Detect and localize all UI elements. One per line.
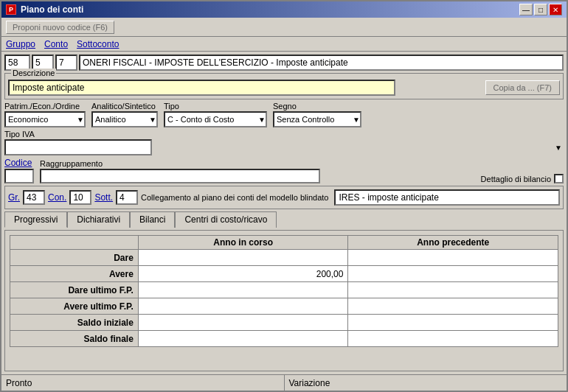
dettaglio-label: Dettaglio di bilancio	[481, 175, 551, 183]
row-anno-corso[interactable]	[138, 250, 348, 266]
con-link[interactable]: Con.	[48, 192, 66, 203]
row-anno-corso[interactable]	[138, 315, 348, 331]
app-icon: P	[6, 4, 16, 15]
tipo-iva-select[interactable]	[4, 139, 152, 155]
sott-input[interactable]	[116, 190, 138, 205]
close-button[interactable]: ✕	[549, 4, 562, 15]
menu-bar: Gruppo Conto Sottoconto	[1, 37, 567, 52]
codice-link[interactable]: Codice	[4, 158, 34, 168]
row-anno-corso[interactable]	[138, 298, 348, 315]
analitico-group: Analitico/Sintetico Analitico Sintetico …	[91, 102, 158, 127]
minimize-button[interactable]: —	[519, 4, 533, 15]
header-description-text: ONERI FISCALI - IMPOSTE DELL'ESERCIZIO -…	[83, 57, 348, 68]
propose-code-button[interactable]: Proponi nuovo codice (F6)	[6, 21, 114, 34]
progressivi-table: Anno in corso Anno precedente DareAvere2…	[10, 235, 558, 347]
tipo-iva-group: Tipo IVA ▼	[4, 130, 564, 155]
codice-input[interactable]	[4, 169, 34, 183]
row-label: Avere	[10, 266, 139, 282]
window-controls: — □ ✕	[519, 4, 562, 15]
patrim-label: Patrim./Econ./Ordine	[4, 102, 86, 111]
row-anno-prec[interactable]	[348, 266, 558, 282]
gr-link[interactable]: Gr.	[8, 192, 20, 203]
toolbar: Proponi nuovo codice (F6)	[1, 18, 567, 37]
tipo-group: Tipo C - Conto di Costo R - Conto di Ric…	[164, 102, 267, 127]
patrim-select[interactable]: Economico Patrimoniale Ordine	[4, 111, 86, 127]
col-anno-prec: Anno precedente	[348, 236, 558, 250]
content-area: ONERI FISCALI - IMPOSTE DELL'ESERCIZIO -…	[1, 52, 567, 374]
analitico-select[interactable]: Analitico Sintetico	[91, 111, 158, 127]
table-row: Dare ultimo F.P.	[10, 282, 558, 298]
tipo-select[interactable]: C - Conto di Costo R - Conto di Ricavo P…	[164, 111, 267, 127]
analitico-label: Analitico/Sintetico	[91, 102, 158, 111]
row-anno-corso[interactable]: 200,00	[138, 266, 348, 282]
dettaglio-group: Dettaglio di bilancio	[481, 174, 564, 183]
tipo-label: Tipo	[164, 102, 267, 111]
window-title: Piano dei conti	[21, 4, 83, 15]
tabs: Progressivi Dichiarativi Bilanci Centri …	[4, 211, 564, 228]
title-bar: P Piano dei conti — □ ✕	[1, 1, 567, 18]
header-row: ONERI FISCALI - IMPOSTE DELL'ESERCIZIO -…	[4, 55, 564, 71]
tab-progressivi[interactable]: Progressivi	[4, 211, 67, 228]
description-section-label: Descrizione	[11, 69, 56, 77]
form-fields-row: Patrim./Econ./Ordine Economico Patrimoni…	[4, 102, 564, 127]
row-label: Dare	[10, 250, 139, 266]
tab-centri[interactable]: Centri di costo/ricavo	[175, 211, 277, 228]
segno-label: Segno	[273, 102, 361, 111]
row-anno-prec[interactable]	[348, 282, 558, 298]
tipo-iva-select-arrow: ▼	[555, 144, 562, 152]
row-anno-corso[interactable]	[138, 331, 348, 347]
copy-from-button[interactable]: Copia da ... (F7)	[485, 80, 560, 95]
table-row: Saldo iniziale	[10, 315, 558, 331]
main-window: P Piano dei conti — □ ✕ Proponi nuovo co…	[0, 0, 568, 392]
dettaglio-checkbox[interactable]	[554, 174, 564, 183]
row-label: Saldo finale	[10, 331, 139, 347]
row-label: Saldo iniziale	[10, 315, 139, 331]
table-row: Avere ultimo F.P.	[10, 298, 558, 315]
gr-input[interactable]	[23, 190, 45, 205]
tipo-iva-label: Tipo IVA	[4, 130, 564, 139]
row-label: Dare ultimo F.P.	[10, 282, 139, 298]
maximize-button[interactable]: □	[534, 4, 547, 15]
status-left-text: Pronto	[6, 378, 32, 388]
raggruppamento-input[interactable]	[40, 169, 320, 183]
table-row: Saldo finale	[10, 331, 558, 347]
gruppo-input[interactable]	[8, 57, 27, 68]
row-anno-prec[interactable]	[348, 298, 558, 315]
row-anno-prec[interactable]	[348, 250, 558, 266]
collegamento-link-label: Collegamento al piano dei conti del mode…	[141, 193, 328, 202]
collegamento-section: Gr.Con.Sott.Collegamento al piano dei co…	[4, 186, 564, 209]
sottoconto-input[interactable]	[59, 57, 74, 68]
codice-rag-row: Codice Raggruppamento Dettaglio di bilan…	[4, 158, 564, 183]
menu-sottoconto[interactable]: Sottoconto	[77, 39, 119, 49]
tabs-container: Progressivi Dichiarativi Bilanci Centri …	[4, 211, 564, 228]
segno-select[interactable]: Senza Controllo Dare Avere	[273, 111, 361, 127]
table-row: Avere200,00	[10, 266, 558, 282]
description-input[interactable]	[8, 80, 395, 96]
row-anno-prec[interactable]	[348, 331, 558, 347]
tab-bilanci[interactable]: Bilanci	[130, 211, 175, 228]
description-section: Descrizione Copia da ... (F7)	[4, 73, 564, 99]
status-bar: Pronto Variazione	[1, 374, 567, 391]
header-description-field: ONERI FISCALI - IMPOSTE DELL'ESERCIZIO -…	[79, 55, 564, 71]
segno-group: Segno Senza Controllo Dare Avere ▼	[273, 102, 361, 127]
con-input[interactable]	[69, 190, 91, 205]
tab-content-progressivi: Anno in corso Anno precedente DareAvere2…	[4, 230, 564, 371]
tab-dichiarativi[interactable]: Dichiarativi	[67, 211, 130, 228]
row-anno-prec[interactable]	[348, 315, 558, 331]
table-row: Dare	[10, 250, 558, 266]
row-label: Avere ultimo F.P.	[10, 298, 139, 315]
patrim-group: Patrim./Econ./Ordine Economico Patrimoni…	[4, 102, 86, 127]
col-anno-corso: Anno in corso	[138, 236, 348, 250]
status-right-text: Variazione	[289, 378, 330, 388]
menu-conto[interactable]: Conto	[44, 39, 68, 49]
collegamento-desc: IRES - imposte anticipate	[334, 189, 560, 206]
raggruppamento-label: Raggruppamento	[40, 159, 475, 168]
menu-gruppo[interactable]: Gruppo	[6, 39, 35, 49]
status-right: Variazione	[285, 375, 567, 391]
status-left: Pronto	[1, 375, 285, 391]
conto-input[interactable]	[35, 57, 50, 68]
row-anno-corso[interactable]	[138, 282, 348, 298]
sott-link[interactable]: Sott.	[94, 192, 113, 203]
sottoconto-field[interactable]	[55, 55, 77, 71]
